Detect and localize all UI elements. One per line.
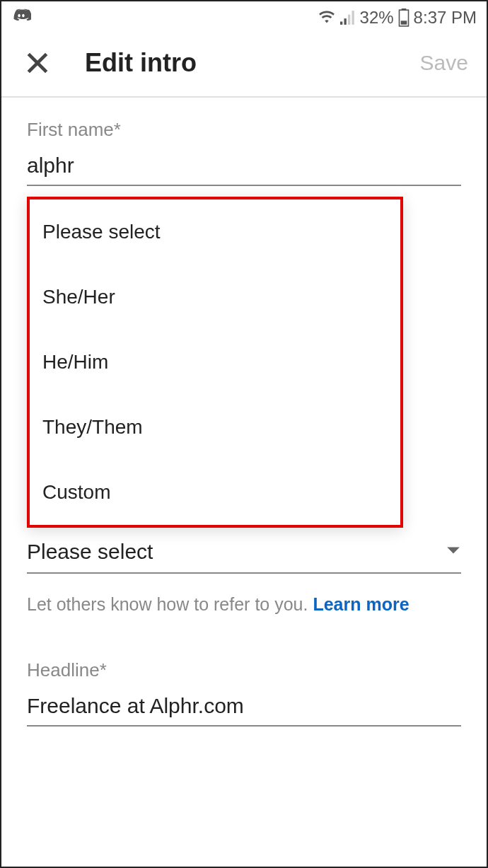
pronoun-option-they-them[interactable]: They/Them [30,395,400,460]
caret-down-icon [446,545,461,558]
pronoun-helper-label: Let others know how to refer to you. [27,594,313,614]
pronoun-option-he-him[interactable]: He/Him [30,330,400,395]
first-name-label: First name* [27,119,461,141]
discord-icon [11,8,31,28]
headline-input[interactable] [27,690,461,727]
page-title: Edit intro [85,48,420,78]
svg-rect-1 [344,18,346,25]
svg-rect-6 [400,21,407,24]
form-content: First name* Please select She/Her He/Him… [1,98,487,727]
pronoun-option-she-her[interactable]: She/Her [30,265,400,330]
pronoun-dropdown-popup: Please select She/Her He/Him They/Them C… [27,197,403,528]
save-button[interactable]: Save [420,51,468,75]
pronoun-helper-text: Let others know how to refer to you. Lea… [27,592,461,617]
battery-icon [398,8,409,27]
pronoun-select-value: Please select [27,540,446,564]
pronoun-option-please-select[interactable]: Please select [30,199,400,265]
status-bar: 32% 8:37 PM [1,1,487,33]
headline-label: Headline* [27,659,461,681]
pronoun-select[interactable]: Please select [27,540,461,574]
svg-rect-2 [348,15,350,25]
first-name-input[interactable] [27,149,461,186]
signal-icon [340,11,356,25]
wifi-icon [318,11,336,25]
svg-rect-3 [352,11,354,25]
svg-rect-0 [340,22,342,25]
header: Edit intro Save [1,33,487,98]
first-name-field: First name* [27,119,461,186]
close-button[interactable] [24,50,51,76]
learn-more-link[interactable]: Learn more [313,594,409,614]
battery-percent-text: 32% [360,8,394,28]
status-time: 8:37 PM [414,8,477,28]
headline-field: Headline* [27,659,461,727]
pronoun-option-custom[interactable]: Custom [30,460,400,525]
